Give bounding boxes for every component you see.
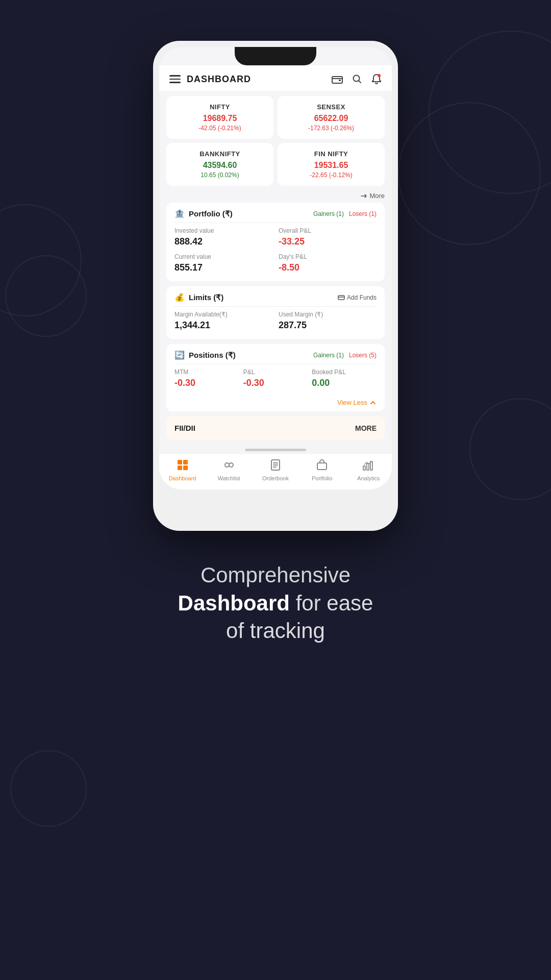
pnl-label: P&L [243, 369, 308, 376]
limits-title-row: 💰 Limits (₹) [174, 292, 223, 302]
dashboard-nav-label: Dashboard [169, 475, 196, 481]
notification-icon[interactable] [371, 74, 382, 85]
portfolio-losers[interactable]: Losers (1) [349, 210, 377, 217]
sensex-name: SENSEX [286, 103, 377, 111]
finnifty-change: -22.65 (-0.12%) [286, 172, 377, 179]
svg-rect-15 [370, 461, 372, 470]
app-header: DASHBOARD [159, 65, 392, 91]
portfolio-nav-icon [316, 459, 328, 473]
sensex-change: -172.63 (-0.26%) [286, 125, 377, 132]
margin-avail-item: Margin Available(₹) 1,344.21 [174, 311, 272, 331]
nav-dashboard[interactable]: Dashboard [165, 459, 201, 481]
positions-title: Positions (₹) [189, 351, 236, 360]
portfolio-title: Portfolio (₹) [189, 209, 233, 218]
positions-header: 🔄 Positions (₹) Gainers (1) Losers (5) [166, 344, 385, 364]
nav-orderbook[interactable]: Orderbook [258, 459, 293, 481]
portfolio-actions: Gainers (1) Losers (1) [313, 210, 377, 217]
invested-value: 888.42 [174, 236, 203, 247]
more-button[interactable]: More [360, 192, 385, 200]
app-title: DASHBOARD [187, 74, 251, 85]
nav-portfolio[interactable]: Portfolio [304, 459, 340, 481]
orderbook-nav-icon [269, 459, 282, 473]
portfolio-data: Invested value 888.42 Overall P&L -33.25… [166, 223, 385, 281]
fii-dii-more[interactable]: MORE [355, 424, 377, 432]
limits-header: 💰 Limits (₹) Add Funds [166, 286, 385, 306]
header-left: DASHBOARD [169, 74, 251, 85]
market-card-finnifty[interactable]: FIN NIFTY 19531.65 -22.65 (-0.12%) [278, 143, 385, 186]
search-icon[interactable] [352, 74, 362, 84]
svg-rect-8 [183, 465, 188, 470]
scroll-bar [245, 449, 306, 451]
portfolio-title-row: 🏦 Portfolio (₹) [174, 209, 233, 218]
footer-line1: Comprehensive [31, 561, 520, 590]
dashboard-nav-icon [177, 459, 189, 473]
footer-line2-rest: for ease [290, 591, 373, 615]
limits-title: Limits (₹) [189, 293, 223, 302]
svg-point-10 [229, 463, 233, 467]
nifty-price: 19689.75 [174, 114, 265, 123]
current-label: Current value [174, 253, 272, 260]
header-right [332, 74, 382, 85]
used-margin-label: Used Margin (₹) [279, 311, 377, 318]
footer-line3: of tracking [31, 617, 520, 645]
margin-avail-value: 1,344.21 [174, 320, 210, 330]
svg-rect-1 [339, 80, 341, 81]
pnl-value: -0.30 [243, 378, 264, 388]
orderbook-nav-label: Orderbook [262, 475, 289, 481]
phone-notch [235, 47, 316, 65]
svg-point-9 [225, 463, 229, 467]
portfolio-gainers[interactable]: Gainers (1) [313, 210, 344, 217]
phone-inner: DASHBOARD [159, 47, 392, 489]
nav-watchlist[interactable]: Watchlist [211, 459, 247, 481]
phone-screen: DASHBOARD [159, 65, 392, 489]
add-funds-button[interactable]: Add Funds [338, 294, 377, 301]
positions-losers[interactable]: Losers (5) [349, 352, 377, 359]
positions-title-row: 🔄 Positions (₹) [174, 350, 236, 360]
analytics-nav-label: Analytics [357, 475, 380, 481]
used-margin-value: 287.75 [279, 320, 307, 330]
nifty-change: -42.05 (-0.21%) [174, 125, 265, 132]
view-less-row: View Less [166, 397, 385, 411]
days-pnl-item: Day's P&L -8.50 [279, 253, 377, 273]
hamburger-icon[interactable] [169, 75, 181, 83]
sensex-price: 65622.09 [286, 114, 377, 123]
bottom-nav: Dashboard Watchlist [159, 453, 392, 489]
banknifty-change: 10.65 (0.02%) [174, 172, 265, 179]
finnifty-price: 19531.65 [286, 161, 377, 170]
mtm-value: -0.30 [174, 378, 195, 388]
portfolio-header: 🏦 Portfolio (₹) Gainers (1) Losers (1) [166, 203, 385, 223]
nav-analytics[interactable]: Analytics [350, 459, 386, 481]
booked-pnl-label: Booked P&L [312, 369, 377, 376]
portfolio-nav-label: Portfolio [312, 475, 332, 481]
market-card-nifty[interactable]: NIFTY 19689.75 -42.05 (-0.21%) [166, 96, 273, 139]
svg-rect-12 [317, 463, 327, 470]
watchlist-nav-label: Watchlist [218, 475, 240, 481]
svg-rect-7 [178, 465, 182, 470]
phone-mockup: DASHBOARD [0, 0, 551, 531]
more-btn-row: More [159, 191, 392, 203]
booked-pnl-value: 0.00 [312, 378, 330, 388]
booked-pnl-item: Booked P&L 0.00 [312, 369, 377, 388]
fii-dii-section[interactable]: FII/DII MORE [166, 416, 385, 439]
limits-icon: 💰 [174, 292, 185, 302]
days-pnl-value: -8.50 [279, 262, 299, 273]
banknifty-price: 43594.60 [174, 161, 265, 170]
overall-pnl-value: -33.25 [279, 236, 305, 247]
bg-decoration-6 [10, 750, 87, 827]
svg-rect-5 [178, 460, 182, 464]
fii-dii-label: FII/DII [174, 424, 195, 432]
svg-rect-14 [367, 463, 369, 470]
svg-point-3 [378, 74, 381, 77]
market-card-sensex[interactable]: SENSEX 65622.09 -172.63 (-0.26%) [278, 96, 385, 139]
phone-frame: DASHBOARD [153, 41, 398, 531]
overall-pnl-label: Overall P&L [279, 227, 377, 234]
svg-rect-4 [338, 296, 344, 300]
analytics-nav-icon [362, 459, 374, 473]
wallet-icon[interactable] [332, 75, 343, 84]
scroll-indicator [159, 445, 392, 453]
market-card-banknifty[interactable]: BANKNIFTY 43594.60 10.65 (0.02%) [166, 143, 273, 186]
view-less-button[interactable]: View Less [337, 399, 377, 406]
positions-card: 🔄 Positions (₹) Gainers (1) Losers (5) M… [166, 344, 385, 411]
portfolio-card: 🏦 Portfolio (₹) Gainers (1) Losers (1) I… [166, 203, 385, 281]
positions-gainers[interactable]: Gainers (1) [313, 352, 344, 359]
